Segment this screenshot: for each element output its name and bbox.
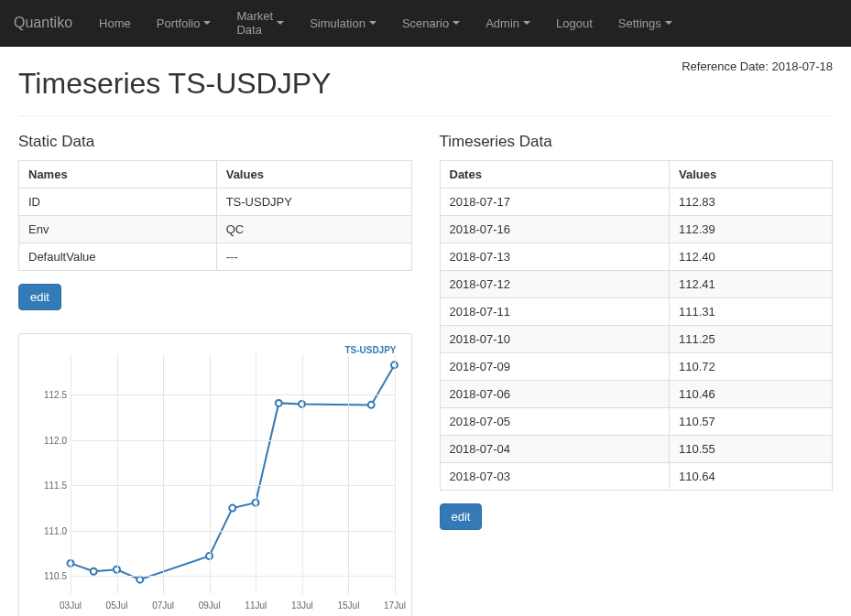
brand-link[interactable]: Quantiko — [14, 5, 86, 40]
ts-value-cell: 112.40 — [669, 243, 832, 271]
right-column: Timeseries Data Dates Values 2018-07-171… — [440, 133, 834, 616]
ts-date-cell: 2018-07-06 — [440, 381, 669, 408]
chevron-down-icon — [277, 21, 284, 25]
nav-item-label: Logout — [556, 16, 593, 30]
static-name-cell: DefaultValue — [19, 243, 217, 271]
chart-wrap: TS-USDJPY 110.5111.0111.5112.0112.503Jul… — [25, 341, 406, 616]
chart-panel: TS-USDJPY 110.5111.0111.5112.0112.503Jul… — [18, 333, 412, 616]
static-value-cell: QC — [216, 216, 411, 243]
table-row: 2018-07-12112.41 — [440, 271, 833, 298]
navbar: Quantiko HomePortfolioMarket DataSimulat… — [0, 0, 851, 47]
nav-main: HomePortfolioMarket DataSimulationScenar… — [86, 0, 606, 46]
left-column: Static Data Names Values IDTS-USDJPYEnvQ… — [18, 133, 412, 616]
ts-date-cell: 2018-07-04 — [440, 436, 669, 463]
chart-plot-area: 110.5111.0111.5112.0112.503Jul05Jul07Jul… — [71, 354, 395, 594]
static-col-values: Values — [216, 161, 411, 189]
table-row: 2018-07-06110.46 — [440, 381, 833, 408]
table-row: 2018-07-05110.57 — [440, 408, 833, 436]
chevron-down-icon — [665, 21, 672, 25]
ts-value-cell: 112.39 — [669, 216, 832, 243]
ts-date-cell: 2018-07-12 — [440, 271, 669, 298]
ts-col-values: Values — [669, 161, 832, 189]
timeseries-data-heading: Timeseries Data — [440, 133, 834, 151]
ts-date-cell: 2018-07-09 — [440, 353, 669, 381]
table-row: 2018-07-04110.55 — [440, 436, 833, 463]
page-title: Timeseries TS-USDJPY — [18, 67, 682, 101]
chart-line-layer — [71, 354, 395, 594]
nav-item-market-data[interactable]: Market Data — [224, 0, 297, 46]
table-row: 2018-07-03110.64 — [440, 463, 833, 491]
nav-item-label: Admin — [486, 16, 519, 30]
chart-series-line — [71, 365, 395, 579]
ts-value-cell: 110.55 — [669, 436, 832, 463]
nav-right: Settings — [606, 7, 837, 39]
chart-x-tick: 17Jul — [384, 600, 406, 611]
table-row: 2018-07-17112.83 — [440, 189, 833, 216]
chart-x-tick: 07Jul — [152, 600, 174, 611]
ts-value-cell: 110.64 — [669, 463, 832, 491]
chart-x-tick: 11Jul — [245, 600, 267, 611]
static-name-cell: Env — [19, 216, 217, 243]
ts-date-cell: 2018-07-03 — [440, 463, 669, 491]
content-row: Static Data Names Values IDTS-USDJPYEnvQ… — [18, 133, 833, 616]
table-row: 2018-07-11111.31 — [440, 298, 833, 326]
chart-data-point — [91, 568, 97, 575]
nav-item-label: Home — [99, 16, 131, 30]
chart-y-tick: 111.5 — [30, 481, 67, 491]
table-row: DefaultValue--- — [19, 243, 412, 271]
ts-value-cell: 110.46 — [669, 381, 832, 408]
nav-item-label: Settings — [618, 16, 661, 30]
nav-item-label: Market Data — [236, 9, 273, 37]
ts-value-cell: 112.83 — [669, 189, 832, 216]
chevron-down-icon — [369, 21, 376, 25]
nav-item-label: Portfolio — [157, 16, 201, 30]
ts-date-cell: 2018-07-17 — [440, 189, 669, 216]
chevron-down-icon — [453, 21, 460, 25]
ts-value-cell: 111.31 — [669, 298, 832, 326]
page-header: Timeseries TS-USDJPY Reference Date: 201… — [18, 56, 833, 116]
nav-item-simulation[interactable]: Simulation — [297, 0, 389, 46]
chart-data-point — [136, 577, 143, 583]
timeseries-data-table: Dates Values 2018-07-17112.832018-07-161… — [440, 160, 834, 491]
edit-static-button[interactable]: edit — [18, 284, 61, 310]
chart-y-tick: 112.0 — [30, 435, 67, 445]
ts-value-cell: 111.25 — [669, 326, 832, 353]
nav-item-home[interactable]: Home — [86, 0, 144, 46]
static-value-cell: --- — [216, 243, 411, 271]
table-row: 2018-07-10111.25 — [440, 326, 833, 353]
ts-value-cell: 110.72 — [669, 353, 832, 381]
ts-date-cell: 2018-07-16 — [440, 216, 669, 243]
chart-data-point — [229, 505, 235, 512]
reference-date-label: Reference Date: — [682, 59, 769, 73]
table-row: 2018-07-13112.40 — [440, 243, 833, 271]
static-value-cell: TS-USDJPY — [216, 189, 411, 216]
chart-x-tick: 09Jul — [199, 600, 221, 611]
ts-value-cell: 110.57 — [669, 408, 832, 436]
chart-y-tick: 112.5 — [30, 390, 67, 400]
chart-y-tick: 110.5 — [30, 571, 67, 581]
nav-item-scenario[interactable]: Scenario — [389, 0, 473, 46]
reference-date-value: 2018-07-18 — [772, 59, 834, 73]
static-col-names: Names — [19, 161, 217, 189]
edit-timeseries-button[interactable]: edit — [440, 503, 483, 530]
chevron-down-icon — [203, 21, 211, 25]
static-data-table: Names Values IDTS-USDJPYEnvQCDefaultValu… — [18, 160, 412, 271]
chart-x-tick: 13Jul — [291, 600, 313, 611]
nav-item-portfolio[interactable]: Portfolio — [144, 0, 224, 46]
chart-x-tick: 03Jul — [60, 600, 82, 611]
nav-item-label: Simulation — [310, 16, 365, 30]
chart-data-point — [276, 400, 282, 406]
nav-item-label: Scenario — [402, 16, 449, 30]
chart-data-point — [368, 402, 375, 408]
table-row: 2018-07-16112.39 — [440, 216, 833, 243]
table-row: 2018-07-09110.72 — [440, 353, 833, 381]
nav-item-admin[interactable]: Admin — [473, 0, 543, 46]
ts-date-cell: 2018-07-13 — [440, 243, 669, 271]
ts-date-cell: 2018-07-05 — [440, 408, 669, 436]
nav-item-logout[interactable]: Logout — [543, 0, 606, 46]
page-container: Timeseries TS-USDJPY Reference Date: 201… — [0, 47, 851, 616]
nav-item-settings[interactable]: Settings — [606, 7, 685, 39]
table-row: IDTS-USDJPY — [19, 189, 412, 216]
ts-date-cell: 2018-07-11 — [440, 298, 669, 326]
ts-date-cell: 2018-07-10 — [440, 326, 669, 353]
